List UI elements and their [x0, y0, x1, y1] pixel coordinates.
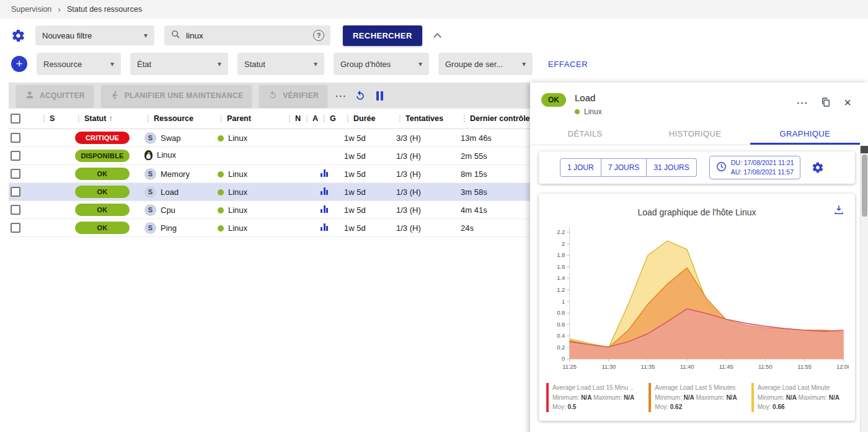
clear-filters-button[interactable]: EFFACER — [548, 60, 588, 69]
scrollbar-thumb[interactable] — [862, 155, 867, 217]
table-row[interactable]: DISPONIBLELinux1w 5d1/3 (H)2m 55s — [9, 147, 530, 165]
notes-cell — [284, 165, 301, 183]
column-label: Durée — [353, 114, 375, 123]
range-button-1-jour[interactable]: 1 JOUR — [560, 158, 601, 177]
search-input[interactable] — [186, 31, 308, 40]
filter-row-criteria: + Ressource▾État▾Statut▾Group d'hôtes▾Gr… — [0, 52, 868, 76]
graph-icon[interactable] — [321, 169, 328, 177]
check-button[interactable]: VÉRIFIER — [259, 85, 327, 107]
svg-text:0.4: 0.4 — [557, 333, 565, 340]
column-header-durée[interactable]: ⋮Durée — [342, 109, 394, 129]
row-checkbox[interactable] — [11, 205, 20, 215]
legend-text: N/A — [683, 394, 694, 401]
table-row[interactable]: OKSCpuLinux1w 5d1/3 (H)4m 41s — [9, 201, 530, 219]
resource-name[interactable]: Cpu — [161, 205, 175, 215]
column-header-s[interactable]: ⋮S — [38, 109, 73, 129]
last-check-cell: 24s — [459, 219, 530, 237]
range-button-7-jours[interactable]: 7 JOURS — [601, 158, 647, 177]
breadcrumb-section[interactable]: Supervision — [11, 5, 51, 14]
last-check-cell: 13m 46s — [459, 129, 530, 147]
table-row[interactable]: OKSMemoryLinux1w 5d1/3 (H)8m 15s — [9, 165, 530, 183]
resource-name[interactable]: Swap — [161, 133, 181, 143]
column-header-tentatives[interactable]: ⋮Tentatives — [394, 109, 459, 129]
legend-item[interactable]: Average Load Last 15 Minu ..Minimum: N/A… — [546, 383, 642, 412]
row-checkbox[interactable] — [11, 187, 20, 197]
legend-item[interactable]: Average Load Last 5 MinutesMinimum: N/A … — [649, 383, 745, 412]
legend-series-name: Average Load Last Minute — [758, 383, 848, 393]
panel-scrollbar[interactable] — [860, 146, 868, 432]
search-button[interactable]: RECHERCHER — [343, 25, 422, 46]
download-icon[interactable] — [833, 204, 845, 218]
resource-name[interactable]: Linux — [157, 150, 176, 160]
parent-cell[interactable]: Linux — [216, 183, 284, 201]
collapse-filters-chevron-icon[interactable] — [433, 33, 441, 41]
panel-more-icon[interactable]: ⋯ — [796, 97, 808, 109]
column-header-a[interactable]: ⋮A — [301, 109, 319, 129]
select-all-checkbox[interactable] — [11, 114, 20, 124]
service-icon: S — [144, 204, 156, 216]
table-row[interactable]: CRITIQUESSwapLinux1w 5d3/3 (H)13m 46s — [9, 129, 530, 147]
scrollbar-arrow[interactable] — [861, 146, 868, 153]
acknowledge-button[interactable]: ACQUITTER — [16, 85, 94, 107]
tab-graphique[interactable]: GRAPHIQUE — [750, 122, 860, 145]
criteria-dropdown-4[interactable]: Group d'hôtes▾ — [334, 53, 429, 75]
column-header-ressource[interactable]: ⋮Ressource — [143, 109, 216, 129]
legend-item[interactable]: Average Load Last MinuteMinimum: N/A Max… — [751, 383, 848, 412]
parent-cell[interactable]: Linux — [216, 219, 284, 237]
status-badge: DISPONIBLE — [75, 150, 130, 162]
criteria-dropdown-2[interactable]: État▾ — [130, 53, 228, 75]
downtime-label: PLANIFIER UNE MAINTENANCE — [125, 91, 244, 100]
column-header-dernier-contrôle[interactable]: ⋮Dernier contrôle — [459, 109, 530, 129]
table-row[interactable]: OKSPingLinux1w 5d1/3 (H)24s — [9, 219, 530, 237]
column-header-n[interactable]: ⋮N — [284, 109, 301, 129]
refresh-icon[interactable] — [354, 89, 366, 102]
legend-text: N/A — [726, 394, 737, 401]
parent-cell[interactable]: Linux — [216, 165, 284, 183]
table-header-row: ⋮S⋮Statut↑⋮Ressource⋮Parent⋮N⋮A⋮G⋮Durée⋮… — [9, 109, 530, 129]
help-icon[interactable]: ? — [313, 30, 324, 41]
legend-text: Maximum: — [696, 394, 724, 401]
svg-text:0.6: 0.6 — [557, 322, 565, 328]
parent-cell[interactable] — [216, 147, 284, 165]
parent-name: Linux — [228, 133, 247, 143]
tab-historique[interactable]: HISTORIQUE — [640, 122, 750, 145]
pause-icon[interactable] — [376, 91, 384, 101]
graph-icon[interactable] — [321, 223, 328, 231]
parent-cell[interactable]: Linux — [216, 201, 284, 219]
column-header-parent[interactable]: ⋮Parent — [216, 109, 284, 129]
row-checkbox[interactable] — [11, 151, 20, 161]
add-criteria-button[interactable]: + — [11, 56, 27, 72]
copy-link-icon[interactable] — [820, 97, 831, 108]
graph-icon[interactable] — [321, 205, 328, 213]
row-checkbox[interactable] — [11, 223, 20, 233]
resource-name[interactable]: Load — [161, 187, 179, 197]
svg-text:12:00: 12:00 — [836, 364, 849, 370]
legend-text: Minimum: — [655, 394, 681, 401]
status-badge: OK — [75, 186, 130, 198]
resource-name[interactable]: Ping — [161, 223, 177, 233]
filter-settings-gear-icon[interactable] — [11, 29, 25, 43]
criteria-dropdown-3[interactable]: Statut▾ — [237, 53, 324, 75]
more-actions-icon[interactable]: ⋯ — [335, 90, 347, 102]
range-button-31-jours[interactable]: 31 JOURS — [647, 158, 696, 177]
row-checkbox[interactable] — [11, 133, 20, 143]
column-header-statut[interactable]: ⋮Statut↑ — [73, 109, 143, 129]
row-checkbox[interactable] — [11, 169, 20, 179]
tab-détails[interactable]: DÉTAILS — [530, 122, 640, 145]
graph-settings-gear-icon[interactable] — [812, 161, 824, 174]
saved-filter-select[interactable]: Nouveau filtre ▾ — [35, 25, 154, 45]
criteria-dropdown-1[interactable]: Ressource▾ — [37, 53, 121, 75]
graph-icon[interactable] — [321, 187, 328, 195]
parent-cell[interactable]: Linux — [216, 129, 284, 147]
resource-name[interactable]: Memory — [161, 169, 190, 179]
column-header-g[interactable]: ⋮G — [319, 109, 342, 129]
breadcrumb-page[interactable]: Statut des ressources — [67, 5, 142, 14]
duration-cell: 1w 5d — [342, 201, 394, 219]
period-box[interactable]: DU: 17/08/2021 11:21 AU: 17/08/2021 11:5… — [709, 156, 800, 179]
criteria-dropdown-5[interactable]: Groupe de ser...▾ — [438, 53, 533, 75]
downtime-button[interactable]: PLANIFIER UNE MAINTENANCE — [101, 85, 252, 107]
table-row[interactable]: OKSLoadLinux1w 5d1/3 (H)3m 58s — [9, 183, 530, 201]
close-panel-icon[interactable]: × — [844, 96, 851, 109]
column-label: G — [330, 114, 336, 123]
search-box[interactable]: ? — [164, 25, 330, 45]
